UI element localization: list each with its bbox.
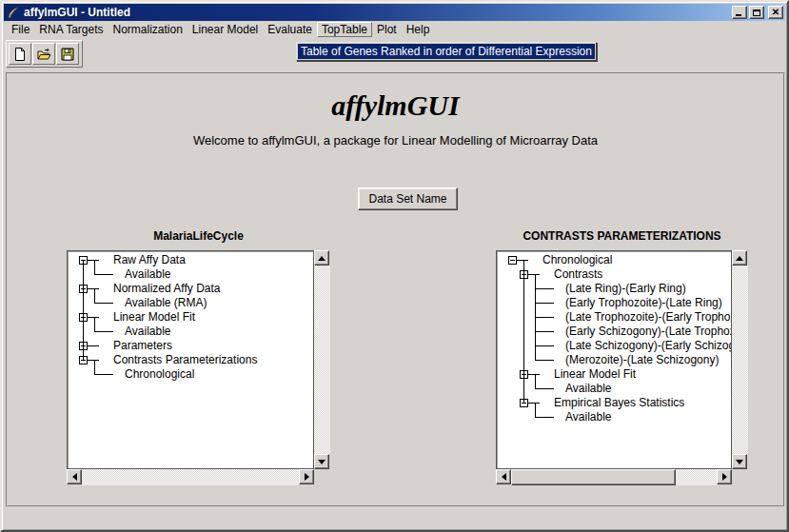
page-title: affylmGUI — [8, 89, 783, 122]
tree-node-label[interactable]: Contrasts Parameterizations — [113, 353, 257, 367]
tree-node-label[interactable]: (Early Trophozoite)-(Late Ring) — [565, 296, 722, 310]
scroll-down-button[interactable] — [732, 454, 747, 469]
app-feather-icon — [6, 6, 20, 20]
data-set-name-button[interactable]: Data Set Name — [358, 187, 458, 210]
tree-node-label[interactable]: Normalized Affy Data — [113, 282, 221, 296]
open-folder-icon — [36, 47, 51, 62]
arrow-right-icon — [305, 473, 309, 481]
welcome-text: Welcome to affylmGUI, a package for Line… — [8, 133, 783, 148]
tree-node-label[interactable]: (Early Schizogony)-(Late Trophozoite) — [565, 325, 732, 339]
collapse-toggle[interactable] — [508, 256, 517, 265]
menu-normalization[interactable]: Normalization — [108, 22, 187, 37]
menu-toptable[interactable]: TopTable — [317, 22, 372, 37]
titlebar[interactable]: affylmGUI - Untitled ✕ — [4, 4, 785, 21]
horizontal-scrollbar[interactable] — [496, 469, 732, 485]
maximize-icon — [753, 10, 760, 16]
dataset-tree[interactable]: Raw Affy DataAvailableNormalized Affy Da… — [67, 250, 314, 469]
scroll-right-button[interactable] — [299, 469, 314, 484]
contrasts-tree[interactable]: ChronologicalContrasts(Late Ring)-(Early… — [496, 250, 732, 469]
new-document-icon — [12, 47, 28, 62]
scrollbar-corner — [314, 469, 330, 485]
arrow-down-icon — [736, 460, 743, 464]
scroll-left-button[interactable] — [67, 469, 82, 484]
scrollbar-track[interactable] — [82, 469, 299, 485]
menubar: File RNA Targets Normalization Linear Mo… — [4, 21, 785, 38]
window-title: affylmGUI - Untitled — [24, 6, 130, 19]
tree-node-label[interactable]: Available — [125, 325, 170, 339]
maximize-button[interactable] — [749, 6, 764, 19]
tree-node-label[interactable]: Available — [125, 267, 170, 282]
menu-help[interactable]: Help — [402, 22, 435, 37]
tree-node-label[interactable]: Available — [565, 382, 611, 396]
minimize-button[interactable] — [732, 6, 747, 19]
arrow-left-icon — [72, 473, 77, 481]
menu-linear-model[interactable]: Linear Model — [187, 22, 263, 37]
arrow-up-icon — [318, 256, 325, 261]
tree-node-label[interactable]: Contrasts — [554, 267, 602, 282]
save-floppy-icon — [60, 47, 75, 62]
tree-node-label[interactable]: Linear Model Fit — [113, 310, 195, 325]
open-file-button[interactable] — [32, 43, 55, 65]
tree-node-label[interactable]: Linear Model Fit — [554, 367, 636, 382]
arrow-left-icon — [502, 473, 506, 481]
scrollbar-track[interactable] — [314, 266, 330, 454]
tree-node-label[interactable]: (Late Trophozoite)-(Early Trophozoite) — [565, 310, 732, 325]
close-button[interactable]: ✕ — [768, 6, 783, 19]
scrollbar-corner — [732, 469, 748, 485]
toptable-menu-popup: Table of Genes Ranked in order of Differ… — [296, 42, 597, 61]
close-icon: ✕ — [772, 8, 779, 17]
tree-node-label[interactable]: Available — [565, 410, 611, 424]
scrollbar-thumb[interactable] — [511, 469, 676, 485]
tree-node-label[interactable]: Chronological — [125, 367, 194, 382]
tree-node-label[interactable]: Available (RMA) — [125, 296, 207, 310]
scroll-up-button[interactable] — [732, 250, 747, 266]
vertical-scrollbar[interactable] — [314, 250, 330, 469]
app-window: affylmGUI - Untitled ✕ File RNA Targets … — [0, 0, 789, 532]
toolbar — [6, 40, 83, 68]
arrow-up-icon — [736, 256, 743, 261]
tree-node-label[interactable]: Chronological — [542, 253, 612, 267]
tree-node-label[interactable]: Empirical Bayes Statistics — [554, 396, 684, 410]
minimize-icon — [736, 14, 741, 16]
contrasts-tree-widget: ChronologicalContrasts(Late Ring)-(Early… — [496, 250, 748, 485]
tree-node-label[interactable]: Parameters — [113, 339, 172, 353]
main-panel: affylmGUI Welcome to affylmGUI, a packag… — [6, 72, 785, 507]
scroll-right-button[interactable] — [717, 469, 732, 484]
scrollbar-track[interactable] — [732, 266, 748, 454]
menu-file[interactable]: File — [7, 22, 34, 37]
vertical-scrollbar[interactable] — [732, 250, 748, 469]
dataset-tree-widget: Raw Affy DataAvailableNormalized Affy Da… — [67, 250, 330, 485]
tree-node-label[interactable]: Raw Affy Data — [113, 253, 186, 267]
menu-rna-targets[interactable]: RNA Targets — [34, 22, 108, 37]
scroll-down-button[interactable] — [314, 454, 329, 469]
arrow-down-icon — [318, 460, 325, 464]
scroll-left-button[interactable] — [496, 469, 511, 484]
menu-evaluate[interactable]: Evaluate — [263, 22, 317, 37]
menu-plot[interactable]: Plot — [372, 22, 402, 37]
menu-item-table-of-genes[interactable]: Table of Genes Ranked in order of Differ… — [298, 44, 595, 59]
horizontal-scrollbar[interactable] — [67, 469, 314, 485]
scroll-up-button[interactable] — [314, 250, 329, 266]
new-file-button[interactable] — [9, 43, 31, 65]
tree-node-label[interactable]: (Merozoite)-(Late Schizogony) — [565, 353, 719, 367]
tree-node-label[interactable]: (Late Ring)-(Early Ring) — [565, 282, 686, 296]
save-file-button[interactable] — [56, 43, 79, 65]
right-tree-title: CONTRASTS PARAMETERIZATIONS — [496, 229, 748, 243]
scrollbar-track[interactable] — [511, 469, 717, 485]
left-tree-title: MalariaLifeCycle — [67, 229, 330, 243]
arrow-right-icon — [722, 473, 727, 481]
tree-node-label[interactable]: (Late Schizogony)-(Early Schizogony) — [565, 339, 732, 353]
